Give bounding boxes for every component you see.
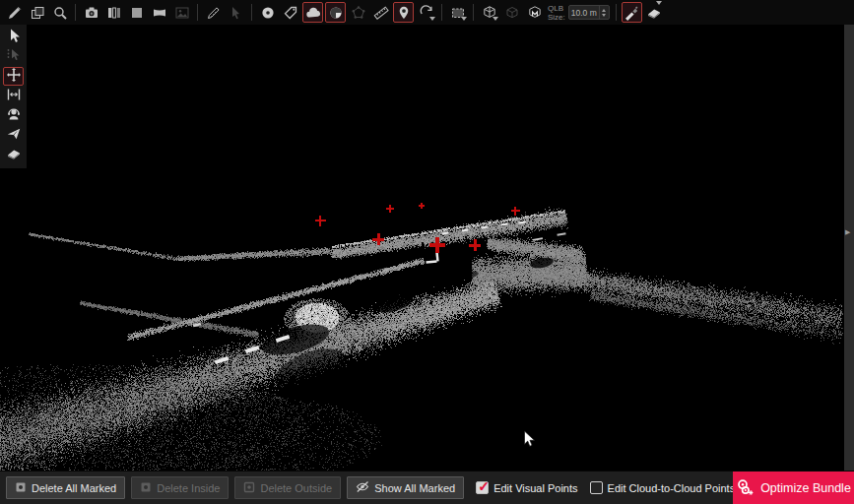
eye-slash-icon xyxy=(356,480,369,495)
network-icon xyxy=(351,5,366,21)
clip-box-m-button[interactable] xyxy=(524,2,545,23)
pencil-icon xyxy=(206,5,222,21)
button-label: Delete Inside xyxy=(157,482,220,494)
optimize-bundle-button[interactable]: Optimize Bundle xyxy=(733,472,854,504)
edit-mode-checkboxes: ✓ Edit Visual Points Edit Cloud-to-Cloud… xyxy=(464,481,735,494)
mark-square-icon xyxy=(15,481,27,495)
eraser-icon xyxy=(6,146,22,165)
checkbox-label: Edit Visual Points xyxy=(493,482,577,494)
button-label: Delete All Marked xyxy=(32,482,116,494)
orbit-rotate-tool-button[interactable] xyxy=(416,2,436,23)
toolbar-separator xyxy=(616,4,617,21)
pick-point-tool-button xyxy=(226,2,246,23)
measure-tool-button[interactable] xyxy=(203,2,224,23)
chevron-down-icon[interactable] xyxy=(461,17,467,21)
tag-display-toggle-button[interactable] xyxy=(280,2,300,23)
qlb-size-value: 10.0 m xyxy=(569,8,599,18)
camera-view-button[interactable] xyxy=(81,2,101,23)
qlb-size-label: QLBSize: xyxy=(548,4,565,22)
arrow-icon xyxy=(6,28,22,47)
mark-square-icon xyxy=(140,481,152,495)
disc-icon xyxy=(260,5,276,21)
disc-display-toggle-button[interactable] xyxy=(257,2,278,23)
point-cloud-canvas[interactable] xyxy=(0,25,844,471)
edit-visual-points-checkbox[interactable]: ✓ Edit Visual Points xyxy=(476,481,577,494)
box-m-icon xyxy=(527,5,543,21)
panorama-icon xyxy=(152,5,167,21)
multi-select-cursor-tool-button xyxy=(3,47,24,66)
pin-display-toggle-button[interactable] xyxy=(393,2,414,23)
eraser-3d-tool-button[interactable] xyxy=(3,146,24,164)
width-icon xyxy=(6,87,22,106)
clip-box-button xyxy=(501,2,522,23)
pan-move-tool-button[interactable] xyxy=(3,67,24,86)
person-view-tool-button[interactable] xyxy=(3,106,24,125)
zoom-region-tool-button[interactable] xyxy=(49,2,70,23)
qlb-size-stepper[interactable] xyxy=(599,6,609,19)
split-icon xyxy=(106,5,122,21)
tag-pen-icon xyxy=(7,5,23,21)
checkbox-unchecked-icon[interactable] xyxy=(590,481,603,494)
toolbar-separator xyxy=(441,4,442,21)
delete-all-marked-button[interactable]: Delete All Marked xyxy=(6,476,125,499)
image-icon xyxy=(174,5,190,21)
checkbox-checked-icon[interactable]: ✓ xyxy=(476,481,489,494)
split-view-button[interactable] xyxy=(103,2,124,23)
delete-outside-button: Delete Outside xyxy=(234,476,341,499)
expand-panel-icon[interactable]: ▶ xyxy=(845,228,850,236)
3d-viewport[interactable] xyxy=(0,25,844,471)
show-all-marked-button[interactable]: Show All Marked xyxy=(347,476,464,499)
marquee-select-tool-button[interactable] xyxy=(447,2,468,23)
bottom-action-bar: Delete All Marked Delete Inside Delete O… xyxy=(0,471,854,504)
qlb-size-field: QLBSize: 10.0 m xyxy=(548,4,610,22)
delete-inside-button: Delete Inside xyxy=(131,476,229,499)
cloud-icon xyxy=(305,5,321,21)
button-label: Delete Outside xyxy=(260,482,332,494)
tag-icon xyxy=(283,5,298,21)
qlb-size-input[interactable]: 10.0 m xyxy=(568,5,610,20)
trowel-icon xyxy=(624,5,639,21)
solid-view-button[interactable] xyxy=(126,2,147,23)
cursor-small-icon xyxy=(229,5,244,21)
image-view-button xyxy=(171,2,192,23)
mesh-display-toggle-button xyxy=(348,2,368,23)
checkbox-label: Edit Cloud-to-Cloud Points xyxy=(608,482,736,494)
mark-square-o-icon xyxy=(243,481,255,495)
trowel-edit-tool-button[interactable] xyxy=(622,2,642,23)
duplicate-window-button[interactable] xyxy=(27,2,47,23)
contrast-display-toggle-button[interactable] xyxy=(325,2,346,23)
bottom-buttons: Delete All Marked Delete Inside Delete O… xyxy=(0,476,464,499)
chevron-down-icon[interactable] xyxy=(493,17,498,21)
pin-icon xyxy=(396,5,412,21)
annotate-tool-button[interactable] xyxy=(4,2,25,23)
select-cursor-tool-button[interactable] xyxy=(3,28,24,46)
toolbar-separator xyxy=(251,4,252,21)
square-icon xyxy=(129,5,145,21)
toolbar-separator xyxy=(197,4,198,21)
toolbar-separator xyxy=(473,4,474,21)
eraser-edit-tool-button[interactable] xyxy=(644,2,665,23)
chevron-down-icon[interactable] xyxy=(429,17,435,21)
mouse-cursor xyxy=(523,430,536,453)
toolbar-separator xyxy=(75,4,76,21)
clip-box-axes-button[interactable] xyxy=(479,2,499,23)
camera-icon xyxy=(84,5,99,21)
person-icon xyxy=(6,106,22,126)
eraser-icon xyxy=(646,5,662,21)
chevron-down-icon[interactable] xyxy=(656,1,662,5)
contrast-icon xyxy=(328,5,344,21)
collapsed-side-panel[interactable]: ▶ xyxy=(844,25,854,471)
point-cloud-toggle-button[interactable] xyxy=(302,2,323,23)
distance-measure-tool-button[interactable] xyxy=(3,87,24,105)
edit-cloud-to-cloud-checkbox[interactable]: Edit Cloud-to-Cloud Points xyxy=(590,481,736,494)
arrow-dots-icon xyxy=(6,47,22,67)
zoom-region-icon xyxy=(52,5,68,21)
optimize-bundle-icon xyxy=(736,478,755,499)
optimize-bundle-label: Optimize Bundle xyxy=(760,481,851,495)
ruler-icon xyxy=(373,5,389,21)
top-toolbar: QLBSize: 10.0 m xyxy=(0,0,854,25)
panorama-view-button[interactable] xyxy=(149,2,169,23)
ruler-display-toggle-button[interactable] xyxy=(370,2,391,23)
fly-navigate-tool-button[interactable] xyxy=(3,126,24,145)
box-icon xyxy=(504,5,520,21)
